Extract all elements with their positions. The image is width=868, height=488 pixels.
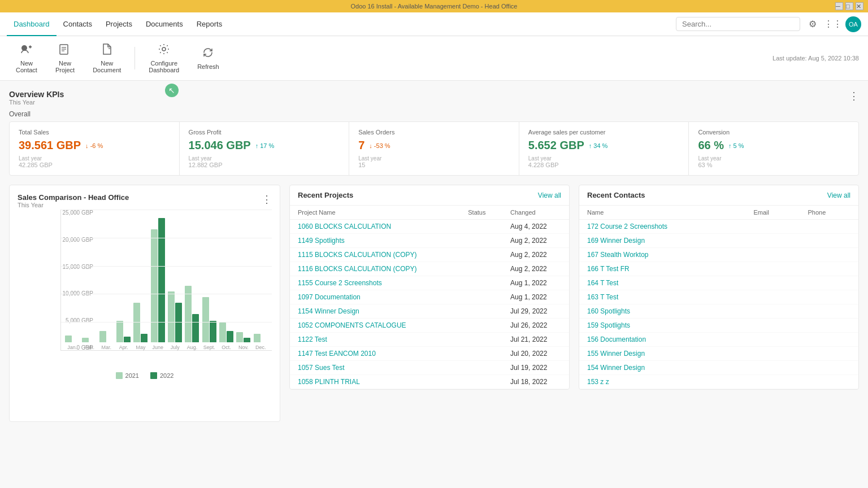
settings-icon[interactable]: ⚙ — [805, 16, 821, 32]
kpi-value-sales-orders: 7 — [358, 139, 364, 152]
project-name-cell[interactable]: 1052 COMPONENTS CATALOGUE — [290, 319, 460, 333]
kpi-value-row-gross-profit: 15.046 GBP ↑ 17 % — [189, 139, 340, 152]
recent-contacts-title: Recent Contacts — [587, 191, 645, 199]
chart-wrapper: 0 GBP 5,000 GBP 10,000 GBP 15,000 GBP 20… — [18, 210, 272, 368]
contact-email-cell — [745, 248, 800, 262]
maximize-btn[interactable]: □ — [845, 2, 853, 10]
project-name-link[interactable]: 1116 BLOCKS CALCULATION (COPY) — [298, 265, 417, 273]
contact-name-link[interactable]: 154 Winner Design — [587, 364, 645, 372]
contact-name-cell[interactable]: 153 z z — [579, 375, 745, 389]
project-name-cell[interactable]: 1116 BLOCKS CALCULATION (COPY) — [290, 262, 460, 276]
kpi-last-year-conversion: Last year 63 % — [698, 155, 849, 168]
close-btn[interactable]: ✕ — [856, 2, 863, 10]
project-status-cell — [460, 262, 502, 276]
contact-name-link[interactable]: 164 T Test — [587, 279, 618, 287]
minimize-btn[interactable]: ─ — [835, 2, 843, 10]
project-name-cell[interactable]: 1149 Spotlights — [290, 234, 460, 248]
nav-documents[interactable]: Documents — [139, 12, 190, 36]
project-name-cell[interactable]: 1097 Documentation — [290, 290, 460, 304]
kpi-more-button[interactable]: ⋮ — [849, 90, 859, 102]
contact-name-cell[interactable]: 164 T Test — [579, 276, 745, 290]
project-changed-cell: Aug 4, 2022 — [502, 220, 569, 234]
nav-projects[interactable]: Projects — [99, 12, 139, 36]
contact-name-link[interactable]: 166 T Test FR — [587, 265, 630, 273]
contact-name-link[interactable]: 163 T Test — [587, 293, 618, 301]
contact-name-cell[interactable]: 155 Winner Design — [579, 347, 745, 361]
contact-name-link[interactable]: 169 Winner Design — [587, 237, 645, 245]
project-name-link[interactable]: 1052 COMPONENTS CATALOGUE — [298, 321, 406, 329]
recent-projects-view-all[interactable]: View all — [538, 191, 561, 199]
project-name-cell[interactable]: 1058 PLINTH TRIAL — [290, 375, 460, 389]
project-name-link[interactable]: 1149 Spotlights — [298, 237, 345, 245]
contact-name-link[interactable]: 156 Documentation — [587, 336, 646, 343]
nav-contacts[interactable]: Contacts — [57, 12, 99, 36]
recent-projects-header-row: Project Name Status Changed — [290, 206, 569, 220]
configure-dashboard-button[interactable]: ConfigureDashboard — [142, 40, 186, 77]
project-name-cell[interactable]: 1060 BLOCKS CALCULATION — [290, 220, 460, 234]
contact-name-cell[interactable]: 166 T Test FR — [579, 262, 745, 276]
bar-chart-area: Jan. Feb. — [60, 210, 272, 351]
project-name-link[interactable]: 1154 Winner Design — [298, 307, 359, 315]
kpi-last-year-total-sales: Last year 42.285 GBP — [19, 155, 170, 168]
search-input[interactable] — [676, 17, 800, 31]
project-name-link[interactable]: 1122 Test — [298, 336, 327, 343]
col-phone: Phone — [800, 206, 858, 220]
new-contact-button[interactable]: NewContact — [9, 40, 44, 77]
project-name-cell[interactable]: 1057 Sues Test — [290, 361, 460, 375]
contact-name-cell[interactable]: 172 Course 2 Screenshots — [579, 220, 745, 234]
contact-name-link[interactable]: 160 Spotlights — [587, 307, 630, 315]
project-name-link[interactable]: 1097 Documentation — [298, 293, 361, 301]
chart-more-button[interactable]: ⋮ — [262, 193, 272, 206]
project-name-cell[interactable]: 1154 Winner Design — [290, 304, 460, 319]
kpi-label-conversion: Conversion — [698, 129, 849, 136]
contact-name-cell[interactable]: 167 Stealth Worktop — [579, 248, 745, 262]
project-name-cell[interactable]: 1122 Test — [290, 333, 460, 347]
project-changed-cell: Aug 2, 2022 — [502, 234, 569, 248]
contact-name-cell[interactable]: 163 T Test — [579, 290, 745, 304]
recent-contacts-view-all[interactable]: View all — [827, 191, 850, 199]
project-name-link[interactable]: 1147 Test EANCOM 2010 — [298, 350, 376, 358]
new-document-button[interactable]: NewDocument — [86, 40, 128, 77]
project-name-cell[interactable]: 1115 BLOCKS CALCULATION (COPY) — [290, 248, 460, 262]
contact-phone-cell — [800, 220, 858, 234]
contact-name-link[interactable]: 155 Winner Design — [587, 350, 645, 358]
table-row: 164 T Test — [579, 276, 858, 290]
table-row: 167 Stealth Worktop — [579, 248, 858, 262]
project-name-link[interactable]: 1115 BLOCKS CALCULATION (COPY) — [298, 251, 417, 259]
project-name-cell[interactable]: 1155 Course 2 Screenshots — [290, 276, 460, 290]
title-bar-controls[interactable]: ─ □ ✕ — [835, 2, 863, 10]
recent-projects-table: Project Name Status Changed 1060 BLOCKS … — [290, 206, 569, 389]
contact-email-cell — [745, 333, 800, 347]
contact-name-cell[interactable]: 159 Spotlights — [579, 319, 745, 333]
new-document-label: NewDocument — [93, 60, 121, 73]
table-row: 1057 Sues Test Jul 19, 2022 — [290, 361, 569, 375]
nav-reports[interactable]: Reports — [190, 12, 229, 36]
contact-name-cell[interactable]: 156 Documentation — [579, 333, 745, 347]
project-status-cell — [460, 319, 502, 333]
user-avatar[interactable]: OA — [845, 16, 861, 32]
refresh-button[interactable]: Refresh — [190, 43, 226, 73]
contact-name-cell[interactable]: 169 Winner Design — [579, 234, 745, 248]
recent-contacts-table: Name Email Phone 172 Course 2 Screenshot… — [579, 206, 858, 389]
table-row: 155 Winner Design — [579, 347, 858, 361]
contact-name-link[interactable]: 167 Stealth Worktop — [587, 251, 649, 259]
project-name-link[interactable]: 1057 Sues Test — [298, 364, 345, 372]
kpi-subtitle: This Year — [9, 99, 64, 106]
kpi-badge-avg-sales: ↑ 34 % — [589, 142, 608, 149]
bar-group-dec: Dec. — [253, 334, 268, 350]
project-name-cell[interactable]: 1147 Test EANCOM 2010 — [290, 347, 460, 361]
project-name-link[interactable]: 1155 Course 2 Screenshots — [298, 279, 382, 287]
contact-name-cell[interactable]: 154 Winner Design — [579, 361, 745, 375]
nav-dashboard[interactable]: Dashboard — [7, 12, 57, 36]
project-name-link[interactable]: 1060 BLOCKS CALCULATION — [298, 223, 391, 230]
grid-icon[interactable]: ⋮⋮ — [825, 16, 841, 32]
contact-name-link[interactable]: 159 Spotlights — [587, 321, 630, 329]
project-name-link[interactable]: 1058 PLINTH TRIAL — [298, 378, 360, 386]
contact-name-cell[interactable]: 160 Spotlights — [579, 304, 745, 319]
contact-phone-cell — [800, 333, 858, 347]
new-project-button[interactable]: NewProject — [49, 40, 81, 77]
project-changed-cell: Jul 18, 2022 — [502, 375, 569, 389]
contact-name-link[interactable]: 153 z z — [587, 378, 609, 386]
svg-point-8 — [162, 47, 166, 51]
contact-name-link[interactable]: 172 Course 2 Screenshots — [587, 223, 667, 230]
